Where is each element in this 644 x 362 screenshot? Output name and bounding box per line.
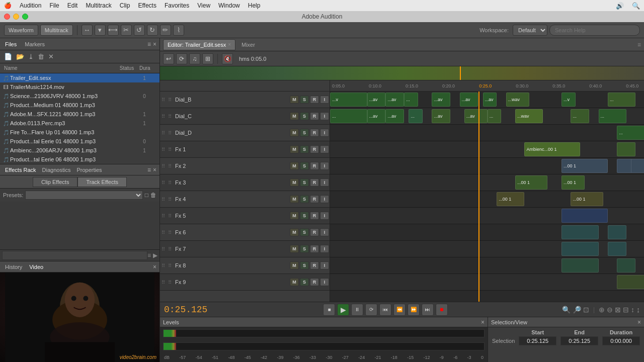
audio-clip[interactable]: Ambienc...00 1 bbox=[524, 142, 580, 156]
zoom-sel[interactable]: ⊠ bbox=[615, 306, 621, 314]
skip-end-button[interactable]: ⏭ bbox=[422, 304, 434, 316]
menu-file[interactable]: File bbox=[49, 2, 59, 9]
pencil-icon[interactable]: ✏ bbox=[160, 25, 171, 36]
delete-file-icon[interactable]: ✕ bbox=[47, 52, 55, 61]
menu-audition[interactable]: Audition bbox=[20, 2, 41, 9]
track-input-button[interactable]: I bbox=[320, 278, 329, 286]
track-input-button[interactable]: I bbox=[320, 195, 329, 203]
open-file-icon[interactable]: 📂 bbox=[15, 52, 25, 61]
track-input-button[interactable]: I bbox=[320, 162, 329, 170]
file-item[interactable]: 🎵 Product...Medium 01 48000 1.mp3 bbox=[0, 101, 159, 110]
audio-clip[interactable]: ...00 1 bbox=[497, 192, 524, 206]
import-icon[interactable]: ⤓ bbox=[27, 52, 35, 61]
tl-mute-btn[interactable]: 🔇 bbox=[222, 53, 233, 64]
track-mute-button[interactable]: M bbox=[290, 261, 299, 269]
audio-clip[interactable]: ... bbox=[404, 93, 418, 107]
rack-close-icon[interactable]: × bbox=[153, 166, 156, 173]
audio-clip[interactable] bbox=[617, 142, 635, 156]
track-record-button[interactable]: R bbox=[310, 178, 319, 187]
selection-close[interactable]: × bbox=[637, 319, 641, 326]
skip-back-button[interactable]: ⏮ bbox=[379, 304, 391, 316]
levels-close[interactable]: × bbox=[481, 319, 485, 326]
timeline-ruler[interactable]: 0:05.0 0:10.0 0:15.0 0:20.0 0:25.0 0:30.… bbox=[330, 80, 644, 92]
audio-clip[interactable]: ... bbox=[608, 93, 635, 107]
audio-clip[interactable]: ...av bbox=[432, 109, 450, 123]
loop-button[interactable]: ⟳ bbox=[365, 304, 377, 316]
record-button[interactable]: ⏺ bbox=[436, 304, 448, 316]
track-input-button[interactable]: I bbox=[320, 145, 329, 153]
panel-close-icon[interactable]: × bbox=[153, 41, 156, 48]
tab-history[interactable]: History bbox=[3, 264, 24, 270]
menu-edit[interactable]: Edit bbox=[67, 2, 78, 9]
fast-forward-button[interactable]: ⏩ bbox=[408, 304, 420, 316]
new-file-icon[interactable]: 📄 bbox=[3, 52, 13, 61]
rack-play-icon[interactable]: ▶ bbox=[153, 252, 157, 259]
move-tool-icon[interactable]: ↔ bbox=[82, 25, 93, 36]
track-record-button[interactable]: R bbox=[310, 129, 319, 137]
menu-effects[interactable]: Effects bbox=[138, 2, 156, 9]
timeline-overview[interactable] bbox=[160, 66, 644, 80]
search-input[interactable] bbox=[549, 25, 640, 36]
track-solo-button[interactable]: S bbox=[300, 112, 309, 120]
audio-clip[interactable]: ... bbox=[599, 109, 626, 123]
audio-clip[interactable]: ...v bbox=[330, 93, 367, 107]
maximize-button[interactable] bbox=[22, 14, 28, 20]
rack-search-input[interactable] bbox=[2, 251, 147, 260]
fade-icon[interactable]: ⌇ bbox=[173, 25, 184, 36]
audio-clip[interactable]: ...av bbox=[483, 93, 497, 107]
close-button[interactable] bbox=[4, 14, 10, 20]
audio-clip[interactable]: ... bbox=[488, 109, 502, 123]
track-record-button[interactable]: R bbox=[310, 212, 319, 220]
sel-start-val[interactable]: 0:25.125 bbox=[519, 336, 556, 345]
track-record-button[interactable]: R bbox=[310, 245, 319, 253]
editor-tab-close[interactable]: × bbox=[228, 42, 231, 47]
track-solo-button[interactable]: S bbox=[300, 145, 309, 153]
track-mute-button[interactable]: M bbox=[290, 112, 299, 120]
audio-clip[interactable] bbox=[561, 225, 599, 239]
stop-button[interactable]: ■ bbox=[323, 304, 335, 316]
tl-snap-btn[interactable]: ↩ bbox=[163, 53, 174, 64]
file-item[interactable]: 🎵 Science...21906JVRV 48000 1.mp3 0 bbox=[0, 92, 159, 101]
apple-menu[interactable]: 🍎 bbox=[4, 2, 12, 9]
sel-end-val[interactable]: 0:25.125 bbox=[560, 336, 598, 345]
track-mute-button[interactable]: M bbox=[290, 212, 299, 220]
audio-clip[interactable] bbox=[561, 242, 599, 256]
redo-icon[interactable]: ↻ bbox=[147, 25, 158, 36]
track-input-button[interactable]: I bbox=[320, 96, 329, 104]
panel-menu-icon[interactable]: ≡ bbox=[147, 41, 151, 48]
audio-clip[interactable]: ... bbox=[330, 109, 367, 123]
audio-clip[interactable]: ...00 1 bbox=[571, 192, 603, 206]
rack-menu-icon[interactable]: ≡ bbox=[147, 166, 151, 173]
track-input-button[interactable]: I bbox=[320, 129, 329, 137]
rewind-button[interactable]: ⏪ bbox=[393, 304, 406, 316]
track-solo-button[interactable]: S bbox=[300, 278, 309, 286]
track-solo-button[interactable]: S bbox=[300, 228, 309, 236]
audio-clip[interactable] bbox=[608, 225, 626, 239]
video-close-icon[interactable]: × bbox=[153, 263, 156, 270]
track-input-button[interactable]: I bbox=[320, 112, 329, 120]
audio-clip[interactable]: ...00 1 bbox=[515, 175, 547, 190]
audio-clip[interactable]: ...wav bbox=[506, 93, 529, 107]
zoom-full[interactable]: ⊟ bbox=[623, 306, 629, 314]
track-mute-button[interactable]: M bbox=[290, 145, 299, 153]
track-mute-button[interactable]: M bbox=[290, 162, 299, 170]
audio-clip[interactable]: ...wav bbox=[515, 109, 543, 123]
track-mute-button[interactable]: M bbox=[290, 278, 299, 286]
audio-clip[interactable] bbox=[617, 258, 635, 273]
menu-favorites[interactable]: Favorites bbox=[165, 2, 189, 9]
zoom-v-in[interactable]: ↕ bbox=[631, 306, 634, 314]
close-file-icon[interactable]: 🗑 bbox=[37, 52, 45, 61]
track-solo-button[interactable]: S bbox=[300, 195, 309, 203]
tab-diagnostics[interactable]: Diagnostics bbox=[40, 167, 73, 173]
track-record-button[interactable]: R bbox=[310, 261, 319, 269]
track-solo-button[interactable]: S bbox=[300, 129, 309, 137]
audio-clip[interactable]: ... bbox=[571, 109, 589, 123]
audio-clip[interactable] bbox=[631, 159, 644, 173]
audio-clip[interactable]: ...av bbox=[385, 93, 404, 107]
zoom-out-h[interactable]: ⊖ bbox=[607, 306, 613, 314]
menu-multitrack[interactable]: Multitrack bbox=[86, 2, 111, 9]
track-solo-button[interactable]: S bbox=[300, 212, 309, 220]
tl-mix-btn[interactable]: ♫ bbox=[189, 53, 200, 64]
track-input-button[interactable]: I bbox=[320, 212, 329, 220]
audio-clip[interactable] bbox=[561, 258, 599, 273]
